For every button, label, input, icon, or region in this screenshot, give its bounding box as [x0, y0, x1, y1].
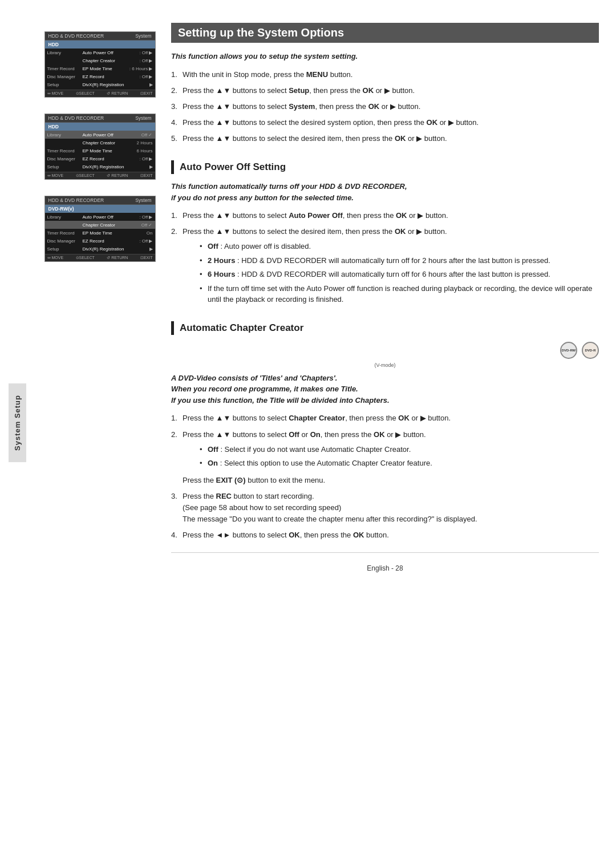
list-item: 5. Press the ▲▼ buttons to select the de… [171, 133, 599, 144]
list-item: 4. Press the ◄► buttons to select OK, th… [171, 529, 599, 541]
screen-row: Chapter Creator Off ✓ [45, 221, 155, 229]
screen-2-section: HDD [45, 123, 155, 131]
list-item: 2. Press the ▲▼ buttons to select the de… [171, 226, 599, 305]
screen-row: Library Auto Power Off Off ✓ [45, 131, 155, 139]
screen-row: Setup DivX(R) Registration ▶ [45, 80, 155, 88]
screen-2: HDD & DVD RECORDER System HDD Library Au… [44, 114, 156, 180]
dvdr-circle: DVD-R [582, 342, 599, 359]
list-item: 4. Press the ▲▼ buttons to select the de… [171, 117, 599, 128]
screen-row: Timer Record EP Mode Time : 6 Hours ▶ [45, 64, 155, 72]
screen-row: Chapter Creator 2 Hours [45, 139, 155, 147]
list-item: 1. With the unit in Stop mode, press the… [171, 69, 599, 80]
list-item: 3. Press the ▲▼ buttons to select System… [171, 101, 599, 112]
screen-row: Timer Record EP Mode Time On [45, 229, 155, 237]
dvdrw-circle: DVD-RW [560, 342, 577, 359]
screen-row: Chapter Creator : Off ▶ [45, 56, 155, 64]
screen-1-header: HDD & DVD RECORDER System [45, 32, 155, 41]
list-item: 2. Press the ▲▼ buttons to select Setup,… [171, 85, 599, 96]
screen-2-header-right: System [135, 115, 151, 121]
screen-3-section: DVD-RW(v) [45, 205, 155, 213]
screen-row: Disc Manager EZ Record : Off ▶ [45, 237, 155, 245]
screen-row: Setup DivX(R) Registration ▶ [45, 163, 155, 171]
screen-row: Disc Manager EZ Record : Off ▶ [45, 155, 155, 163]
auto-power-intro: This function automatically turns off yo… [171, 181, 599, 203]
screen-row: Library Auto Power Off : Off ▶ [45, 213, 155, 221]
main-content: Setting up the System Options This funct… [160, 23, 616, 822]
list-item: 1. Press the ▲▼ buttons to select Chapte… [171, 413, 599, 424]
dvdrw-icon-box: DVD-RW [560, 342, 577, 360]
setting-up-intro: This function allows you to setup the sy… [171, 51, 599, 62]
auto-power-bullets: Off : Auto power off is disabled. 2 Hour… [200, 241, 599, 305]
auto-chapter-title: Automatic Chapter Creator [171, 321, 599, 335]
extra-text: Press the EXIT (⊙) button to exit the me… [183, 476, 325, 484]
screen-2-header: HDD & DVD RECORDER System [45, 114, 155, 123]
screen-2-footer: ⇔ MOVE ⊙SELECT ↺ RETURN ⊡EXIT [45, 172, 155, 179]
screen-row: Disc Manager EZ Record : Off ▶ [45, 72, 155, 80]
screen-3: HDD & DVD RECORDER System DVD-RW(v) Libr… [44, 196, 156, 262]
page-footer: English - 28 [171, 552, 599, 572]
screens-wrapper: HDD & DVD RECORDER System HDD Library Au… [39, 29, 156, 262]
page-container: System Setup HDD & DVD RECORDER System H… [0, 0, 616, 845]
setting-up-title: Setting up the System Options [171, 23, 599, 43]
auto-chapter-steps: 1. Press the ▲▼ buttons to select Chapte… [171, 413, 599, 541]
screen-3-header-right: System [135, 197, 151, 203]
screen-row: Timer Record EP Mode Time 6 Hours [45, 147, 155, 155]
list-item: On : Select this option to use the Autom… [200, 458, 599, 469]
sidebar: System Setup [0, 23, 34, 822]
list-item: If the turn off time set with the Auto P… [200, 283, 599, 305]
vmode-text: (V-mode) [171, 362, 599, 368]
screen-3-header: HDD & DVD RECORDER System [45, 196, 155, 205]
setting-up-steps: 1. With the unit in Stop mode, press the… [171, 69, 599, 145]
list-item: 3. Press the REC button to start recordi… [171, 491, 599, 525]
screen-row: Setup DivX(R) Registration ▶ [45, 245, 155, 253]
list-item: 6 Hours : HDD & DVD RECORDER will automa… [200, 269, 599, 280]
auto-chapter-bullets: Off : Select if you do not want use Auto… [200, 444, 599, 469]
screen-1-section: HDD [45, 41, 155, 48]
list-item: 2. Press the ▲▼ buttons to select Off or… [171, 429, 599, 486]
list-item: Off : Select if you do not want use Auto… [200, 444, 599, 455]
screen-1-header-right: System [135, 33, 151, 39]
screen-2-header-left: HDD & DVD RECORDER [48, 115, 104, 121]
list-item: 1. Press the ▲▼ buttons to select Auto P… [171, 210, 599, 221]
screen-1: HDD & DVD RECORDER System HDD Library Au… [44, 31, 156, 98]
auto-power-title: Auto Power Off Setting [171, 160, 599, 174]
left-screenshots: HDD & DVD RECORDER System HDD Library Au… [34, 23, 160, 822]
sidebar-label: System Setup [9, 383, 26, 462]
auto-power-steps: 1. Press the ▲▼ buttons to select Auto P… [171, 210, 599, 305]
dvd-icons: DVD-RW DVD-R [171, 342, 599, 360]
list-item: Off : Auto power off is disabled. [200, 241, 599, 252]
dvdr-icon-box: DVD-R [582, 342, 599, 360]
screen-1-footer: ⇔ MOVE ⊙SELECT ↺ RETURN ⊡EXIT [45, 90, 155, 97]
auto-chapter-intro: A DVD-Video consists of 'Titles' and 'Ch… [171, 373, 599, 406]
screen-3-header-left: HDD & DVD RECORDER [48, 197, 104, 203]
screen-row: Library Auto Power Off : Off ▶ [45, 48, 155, 56]
screen-1-header-left: HDD & DVD RECORDER [48, 33, 104, 39]
list-item: 2 Hours : HDD & DVD RECORDER will automa… [200, 255, 599, 266]
screen-3-footer: ⇔ MOVE ⊙SELECT ↺ RETURN ⊡EXIT [45, 254, 155, 261]
